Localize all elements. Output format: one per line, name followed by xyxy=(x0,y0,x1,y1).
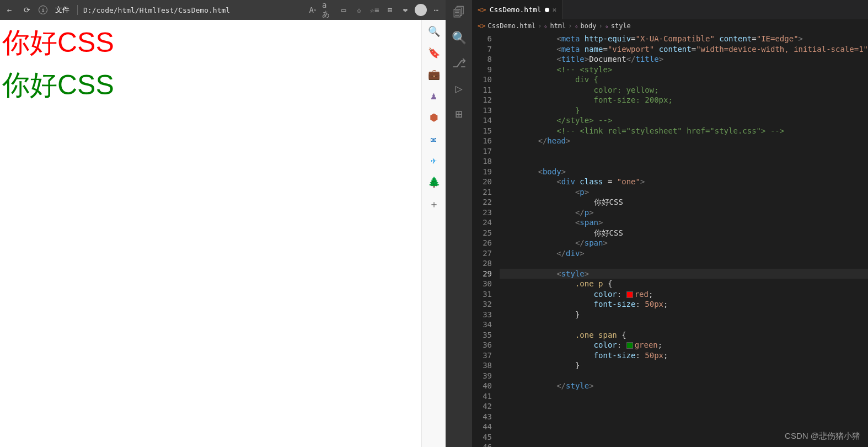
tab-label: CssDemo.html xyxy=(490,6,542,14)
tree-icon[interactable]: 🌲 xyxy=(428,176,440,188)
chess-icon[interactable]: ♟ xyxy=(431,90,437,102)
refresh-icon[interactable]: ⟳ xyxy=(21,4,33,16)
code-editor[interactable]: 6789101112131415161718192021222324252627… xyxy=(472,33,868,447)
back-icon[interactable]: ← xyxy=(3,4,15,16)
line-gutter: 6789101112131415161718192021222324252627… xyxy=(472,33,500,447)
source-control-icon[interactable]: ⎇ xyxy=(451,55,467,71)
tab-cssdemo[interactable]: <> CssDemo.html × xyxy=(472,0,562,19)
chevron-right-icon: › xyxy=(598,22,602,30)
edge-sidebar: 🔍 🔖 💼 ♟ ⬢ ✉ ✈ 🌲 ＋ xyxy=(421,20,446,447)
reader-icon[interactable]: ▭ xyxy=(337,4,350,16)
profile-avatar[interactable] xyxy=(415,4,427,16)
office-icon[interactable]: ⬢ xyxy=(430,111,438,123)
editor-wrap: <> CssDemo.html × <> CssDemo.html › ⬨ ht… xyxy=(472,0,868,447)
search-icon[interactable]: 🔍 xyxy=(451,30,467,45)
outlook-icon[interactable]: ✉ xyxy=(431,133,437,145)
red-text: 你好CSS xyxy=(2,24,443,61)
breadcrumb[interactable]: <> CssDemo.html › ⬨ html › ⬨ body › ⬨ st… xyxy=(472,19,868,33)
close-tab-icon[interactable]: × xyxy=(553,6,557,14)
code-content[interactable]: <meta http-equiv="X-UA-Compatible" conte… xyxy=(500,33,868,447)
search-icon[interactable]: 🔍 xyxy=(428,25,440,37)
address-bar: ← ⟳ i 文件 D:/code/html/HtmlTest/CssDemo.h… xyxy=(0,0,446,20)
file-label: 文件 xyxy=(53,5,72,15)
separator xyxy=(77,5,78,15)
symbol-icon: ⬨ xyxy=(544,23,548,30)
favorites-bar-icon[interactable]: ☆≡ xyxy=(368,4,381,16)
tab-row: <> CssDemo.html × xyxy=(472,0,868,19)
heart-icon[interactable]: ❤ xyxy=(399,4,411,16)
url-text[interactable]: D:/code/html/HtmlTest/CssDemo.html xyxy=(83,6,301,14)
breadcrumb-body: body xyxy=(581,22,597,30)
send-icon[interactable]: ✈ xyxy=(431,155,437,166)
explorer-icon[interactable]: 🗐 xyxy=(451,4,467,20)
chevron-right-icon: › xyxy=(568,22,572,30)
info-icon[interactable]: i xyxy=(39,6,47,14)
html-file-icon: <> xyxy=(478,22,485,30)
browser-window: ← ⟳ i 文件 D:/code/html/HtmlTest/CssDemo.h… xyxy=(0,0,446,447)
modified-dot-icon xyxy=(545,8,549,12)
breadcrumb-style: style xyxy=(611,22,631,30)
symbol-icon: ⬨ xyxy=(605,23,609,30)
watermark: CSDN @悲伤猪小猪 xyxy=(785,431,860,441)
briefcase-icon[interactable]: 💼 xyxy=(428,68,440,80)
breadcrumb-file: CssDemo.html xyxy=(487,22,535,30)
activity-bar: 🗐 🔍 ⎇ ▷ ⊞ xyxy=(446,0,472,447)
chevron-right-icon: › xyxy=(538,22,542,30)
favorite-icon[interactable]: ✩ xyxy=(353,4,365,16)
rendered-page: 你好CSS 你好CSS xyxy=(0,20,446,447)
plus-icon[interactable]: ＋ xyxy=(429,198,439,211)
text-size-icon[interactable]: A» xyxy=(307,4,319,16)
green-text: 你好CSS xyxy=(2,70,114,100)
extensions-icon[interactable]: ⊞ xyxy=(451,106,467,121)
more-icon[interactable]: ⋯ xyxy=(430,4,442,16)
vscode-window: 🗐 🔍 ⎇ ▷ ⊞ <> CssDemo.html × <> CssDemo.h… xyxy=(446,0,868,447)
breadcrumb-html: html xyxy=(550,22,566,30)
html-file-icon: <> xyxy=(478,6,486,14)
collections-icon[interactable]: ⊞ xyxy=(384,4,396,16)
translate-icon[interactable]: aあ xyxy=(322,4,334,16)
symbol-icon: ⬨ xyxy=(575,23,578,30)
tag-icon[interactable]: 🔖 xyxy=(428,47,440,58)
run-debug-icon[interactable]: ▷ xyxy=(451,81,467,96)
